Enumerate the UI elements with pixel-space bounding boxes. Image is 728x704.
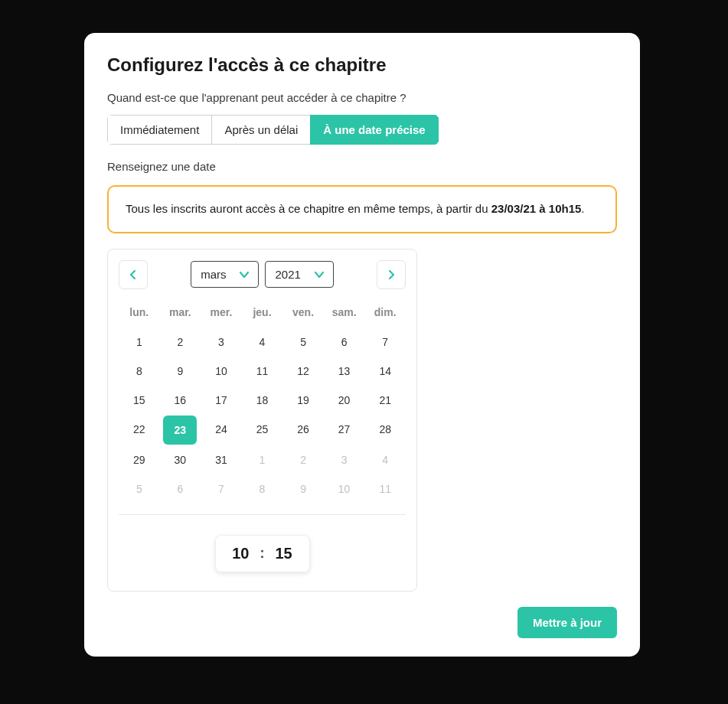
- day-cell[interactable]: 27: [329, 416, 360, 443]
- day-cell[interactable]: 29: [124, 446, 155, 474]
- month-select[interactable]: mars: [191, 261, 259, 288]
- day-cell[interactable]: 17: [206, 386, 237, 414]
- day-cell[interactable]: 31: [206, 446, 237, 474]
- day-cell[interactable]: 11: [370, 475, 400, 503]
- day-cell[interactable]: 28: [370, 416, 400, 443]
- selected-date-info: Tous les inscrits auront accès à ce chap…: [107, 185, 617, 233]
- day-cell[interactable]: 9: [165, 357, 195, 385]
- day-cell[interactable]: 13: [329, 357, 360, 385]
- minute-value[interactable]: 15: [276, 545, 292, 562]
- modal-title: Configurez l'accès à ce chapitre: [107, 54, 617, 76]
- day-cell[interactable]: 11: [246, 357, 277, 385]
- weekday-label: sam.: [324, 306, 365, 318]
- day-cell[interactable]: 3: [329, 446, 360, 474]
- date-subtitle: Renseignez une date: [107, 160, 617, 173]
- day-cell[interactable]: 9: [288, 475, 318, 503]
- option-after-delay[interactable]: Après un délai: [211, 115, 311, 145]
- weekday-label: dim.: [364, 306, 406, 318]
- weekday-label: lun.: [119, 306, 160, 318]
- day-cell[interactable]: 2: [288, 446, 318, 474]
- weekday-label: mar.: [160, 306, 201, 318]
- modal-question: Quand est-ce que l'apprenant peut accéde…: [107, 91, 617, 104]
- day-cell[interactable]: 26: [288, 416, 318, 443]
- days-grid: 1234567891011121314151617181920212223242…: [119, 328, 406, 504]
- access-mode-segmented: Immédiatement Après un délai À une date …: [107, 115, 439, 145]
- weekday-header: lun. mar. mer. jeu. ven. sam. dim.: [119, 306, 406, 318]
- day-cell[interactable]: 8: [124, 357, 155, 385]
- day-cell[interactable]: 1: [246, 446, 277, 474]
- day-cell[interactable]: 5: [124, 475, 155, 503]
- day-cell[interactable]: 14: [370, 357, 400, 385]
- time-separator: :: [260, 546, 265, 562]
- day-cell[interactable]: 6: [329, 328, 360, 356]
- chevron-right-icon: [387, 270, 396, 279]
- day-cell[interactable]: 2: [165, 328, 195, 356]
- month-year-selects: mars 2021: [191, 261, 334, 288]
- update-button[interactable]: Mettre à jour: [517, 607, 617, 638]
- day-cell[interactable]: 20: [329, 386, 360, 414]
- day-cell[interactable]: 6: [165, 475, 195, 503]
- day-cell[interactable]: 4: [246, 328, 277, 356]
- date-picker: mars 2021 lun. mar. mer. jeu. ven. sam. …: [107, 249, 417, 592]
- day-cell[interactable]: 15: [124, 386, 155, 414]
- day-cell[interactable]: 30: [165, 446, 195, 474]
- option-exact-date[interactable]: À une date précise: [310, 115, 438, 145]
- weekday-label: jeu.: [242, 306, 283, 318]
- day-cell[interactable]: 24: [206, 416, 237, 443]
- day-cell[interactable]: 16: [165, 386, 195, 414]
- day-cell[interactable]: 23: [163, 416, 197, 445]
- modal-actions: Mettre à jour: [107, 607, 617, 638]
- day-cell[interactable]: 4: [370, 446, 400, 474]
- day-cell[interactable]: 18: [246, 386, 277, 414]
- option-immediate[interactable]: Immédiatement: [107, 115, 212, 145]
- day-cell[interactable]: 10: [329, 475, 360, 503]
- day-cell[interactable]: 8: [246, 475, 277, 503]
- hour-value[interactable]: 10: [232, 545, 249, 562]
- info-date-bold: 23/03/21 à 10h15: [491, 202, 582, 215]
- weekday-label: mer.: [201, 306, 242, 318]
- day-cell[interactable]: 7: [206, 475, 237, 503]
- next-month-button[interactable]: [377, 260, 406, 289]
- chevron-left-icon: [129, 270, 138, 279]
- day-cell[interactable]: 3: [206, 328, 237, 356]
- year-value: 2021: [275, 268, 300, 281]
- day-cell[interactable]: 12: [288, 357, 318, 385]
- weekday-label: ven.: [282, 306, 324, 318]
- day-cell[interactable]: 19: [288, 386, 318, 414]
- day-cell[interactable]: 25: [246, 416, 277, 443]
- datepicker-divider: [119, 514, 406, 515]
- chapter-access-modal: Configurez l'accès à ce chapitre Quand e…: [84, 33, 640, 657]
- info-text-prefix: Tous les inscrits auront accès à ce chap…: [126, 202, 491, 215]
- day-cell[interactable]: 1: [124, 328, 155, 356]
- day-cell[interactable]: 21: [370, 386, 400, 414]
- year-select[interactable]: 2021: [265, 261, 333, 288]
- day-cell[interactable]: 5: [288, 328, 318, 356]
- month-value: mars: [201, 268, 226, 281]
- chevron-down-icon: [240, 271, 249, 279]
- day-cell[interactable]: 7: [370, 328, 400, 356]
- day-cell[interactable]: 22: [124, 416, 155, 443]
- chevron-down-icon: [315, 271, 324, 279]
- info-text-suffix: .: [581, 202, 584, 215]
- prev-month-button[interactable]: [119, 260, 148, 289]
- time-picker[interactable]: 10 : 15: [215, 535, 310, 572]
- datepicker-header: mars 2021: [119, 260, 406, 289]
- day-cell[interactable]: 10: [206, 357, 237, 385]
